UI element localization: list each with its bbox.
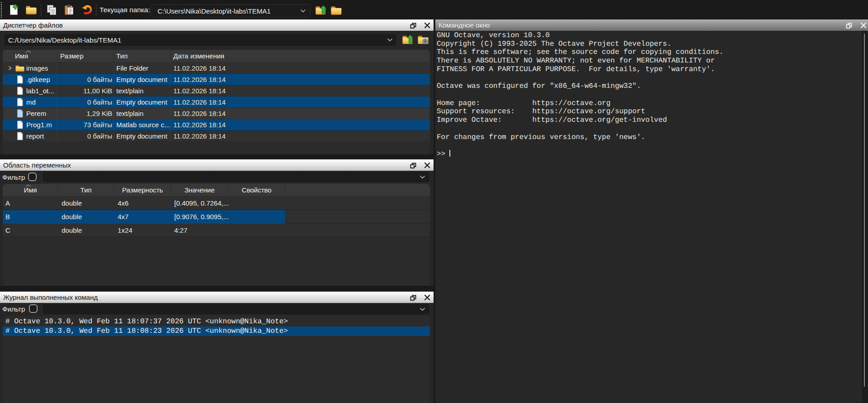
filter-checkbox[interactable]	[28, 173, 37, 181]
variable-name: C	[5, 224, 55, 237]
column-separator[interactable]	[114, 50, 114, 62]
history-entry-text: # Octave 10.3.0, Wed Feb 11 18:08:23 202…	[5, 326, 288, 336]
variable-row-A[interactable]: Adouble4x6[0.4095, 0.7264,...	[3, 197, 430, 210]
copy-button[interactable]	[45, 4, 58, 16]
text-cursor	[449, 150, 450, 157]
new-script-button[interactable]	[8, 4, 21, 16]
open-file-button[interactable]	[25, 4, 38, 16]
file-name: Prog1.m	[26, 119, 57, 130]
workspace-filter-combobox[interactable]	[42, 171, 430, 183]
workspace-panel: Фильтр Имя Тип Размерность Значение Свой…	[0, 171, 434, 286]
file-browser-titlebar[interactable]: Диспетчер файлов	[0, 19, 434, 31]
file-row-md[interactable]: md0 байтыEmpty document11.02.2026 18:14	[3, 96, 430, 108]
column-header-class[interactable]: Тип	[58, 184, 114, 196]
file-name: Perem	[26, 108, 57, 119]
file-size: 73 байты	[58, 119, 112, 130]
file-row-Prog1.m[interactable]: Prog1.m73 байтыMatlab source c...11.02.2…	[3, 119, 430, 130]
variable-value: [0.4095, 0.7264,...	[174, 197, 229, 210]
history-list-body: # Octave 10.3.0, Wed Feb 11 18:07:37 202…	[3, 317, 430, 336]
chevron-down-icon	[420, 175, 425, 179]
column-separator[interactable]	[57, 50, 57, 62]
close-icon	[424, 294, 431, 301]
variable-row-C[interactable]: Cdouble1x244:27	[3, 224, 430, 237]
column-separator[interactable]	[170, 50, 171, 62]
column-separator[interactable]	[228, 184, 228, 196]
history-entry[interactable]: # Octave 10.3.0, Wed Feb 11 18:07:37 202…	[3, 317, 430, 326]
history-title: Журнал выполненных команд	[3, 292, 98, 303]
workspace-titlebar[interactable]: Область переменных	[0, 159, 434, 171]
current-folder-label: Текущая папка:	[100, 0, 150, 19]
file-row-lab1_ot...[interactable]: lab1_ot...11,00 KiBtext/plain11.02.2026 …	[3, 85, 430, 96]
toolbar-separator	[96, 4, 96, 16]
workspace-table: Имя Тип Размерность Значение Свойство Ad…	[3, 184, 430, 286]
file-size: 0 байты	[58, 130, 112, 142]
paste-button[interactable]	[63, 4, 76, 16]
variable-row-B[interactable]: Bdouble4x7[0.9076, 0.9095,...	[3, 210, 430, 224]
file-name: .gitkeep	[26, 74, 57, 85]
undock-widget-button[interactable]	[410, 294, 417, 301]
close-widget-button[interactable]	[860, 22, 867, 29]
file-name: images	[26, 62, 57, 74]
fb-directory-up-button[interactable]	[401, 34, 414, 46]
sort-ascending-icon	[25, 50, 31, 53]
file-row-.gitkeep[interactable]: .gitkeep0 байтыEmpty document11.02.2026 …	[3, 74, 430, 85]
row-separator	[3, 141, 430, 142]
column-separator[interactable]	[114, 184, 114, 196]
file-icon	[15, 98, 25, 106]
file-icon	[15, 132, 25, 140]
scrollbar-handle[interactable]	[864, 34, 865, 387]
browse-directories-button[interactable]	[330, 4, 343, 17]
close-widget-button[interactable]	[424, 294, 431, 301]
close-widget-button[interactable]	[424, 162, 431, 169]
column-header-value[interactable]: Значение	[171, 184, 228, 196]
command-window[interactable]: GNU Octave, version 10.3.0 Copyright (C)…	[435, 31, 862, 403]
filter-label: Фильтр	[2, 305, 25, 313]
variable-attribute	[231, 224, 284, 237]
filter-checkbox[interactable]	[29, 304, 38, 313]
close-widget-button[interactable]	[424, 22, 431, 29]
column-header-date[interactable]: Дата изменения	[173, 50, 224, 62]
command-window-scrollbar[interactable]	[862, 31, 868, 403]
variable-value: 4:27	[174, 224, 229, 237]
file-name: report	[26, 130, 57, 142]
toolbar-drag-handle[interactable]	[1, 2, 2, 18]
file-date: 11.02.2026 18:14	[173, 130, 264, 142]
workspace-table-body: Adouble4x6[0.4095, 0.7264,...Bdouble4x7[…	[3, 197, 430, 237]
history-entry[interactable]: # Octave 10.3.0, Wed Feb 11 18:08:23 202…	[3, 326, 430, 336]
close-icon	[860, 22, 867, 29]
float-panel-icon	[410, 162, 417, 169]
column-header-dimension[interactable]: Размерность	[114, 184, 171, 196]
history-titlebar[interactable]: Журнал выполненных команд	[0, 292, 434, 303]
column-header-size[interactable]: Размер	[60, 50, 84, 62]
variable-class: double	[62, 197, 115, 210]
history-filter-combobox[interactable]	[42, 303, 430, 315]
command-window-titlebar[interactable]: Командное окно	[435, 19, 868, 31]
undo-button[interactable]	[81, 4, 93, 16]
file-date: 11.02.2026 18:14	[173, 74, 264, 85]
variable-attribute	[231, 197, 284, 210]
file-row-images[interactable]: imagesFile Folder11.02.2026 18:14	[3, 62, 430, 74]
column-separator[interactable]	[285, 184, 285, 196]
file-icon	[15, 75, 25, 84]
file-row-Perem[interactable]: Perem1,29 KiBtext/plain11.02.2026 18:14	[3, 108, 430, 119]
directory-up-button[interactable]	[315, 4, 327, 17]
variable-dimension: 4x6	[118, 197, 172, 210]
file-name: md	[26, 96, 57, 108]
toolbar-separator	[41, 4, 41, 16]
file-row-report[interactable]: report0 байтыEmpty document11.02.2026 18…	[3, 130, 430, 142]
undock-widget-button[interactable]	[845, 22, 853, 29]
undock-widget-button[interactable]	[410, 22, 417, 29]
current-folder-combobox[interactable]: C:\Users\Nika\Desktop\it-labs\TEMA1	[150, 4, 310, 18]
fb-actions-button[interactable]	[417, 34, 429, 46]
command-prompt-line[interactable]: >>	[437, 150, 450, 158]
column-header-attribute[interactable]: Свойство	[228, 184, 285, 196]
undock-widget-button[interactable]	[410, 162, 417, 169]
column-header-type[interactable]: Тип	[116, 50, 128, 62]
expand-arrow-icon[interactable]	[8, 66, 12, 71]
file-browser-path-combobox[interactable]: C:/Users/Nika/Desktop/it-labs/TEMA1	[4, 33, 397, 47]
history-filter-text	[43, 304, 416, 315]
chevron-down-icon	[387, 38, 393, 42]
file-browser-panel: C:/Users/Nika/Desktop/it-labs/TEMA1	[0, 31, 434, 154]
column-separator[interactable]	[171, 184, 171, 196]
column-separator[interactable]	[57, 184, 58, 196]
